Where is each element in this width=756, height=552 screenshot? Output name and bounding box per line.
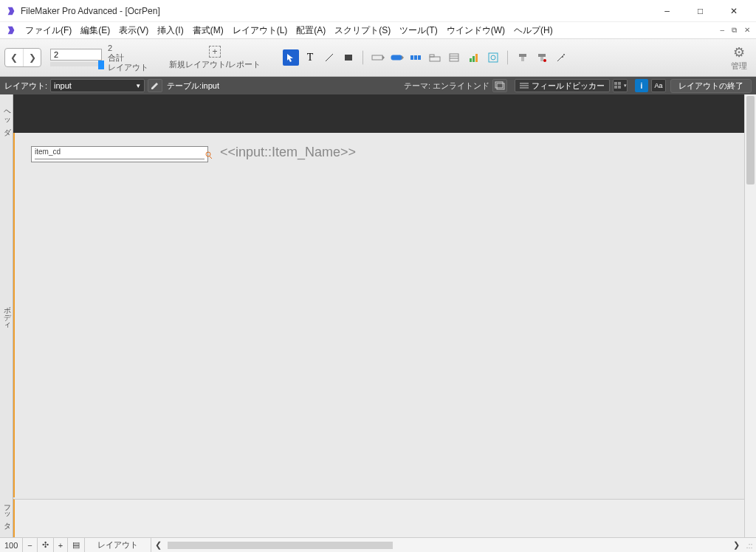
footer-region[interactable]	[13, 499, 744, 543]
canvas-wrapper: ヘッダ ボディ フッタ item_cd <<input::Item_Name>>	[0, 94, 756, 543]
vertical-scrollbar[interactable]	[744, 94, 756, 543]
chevron-down-icon: ▼	[135, 83, 141, 89]
close-button[interactable]: ✕	[717, 0, 750, 21]
part-footer-label[interactable]: フッタ	[1, 500, 12, 525]
separator	[507, 50, 509, 65]
doc-icon	[6, 25, 16, 35]
layout-tools: T	[283, 49, 569, 66]
doc-minimize-button[interactable]: –	[720, 26, 724, 35]
svg-rect-6	[418, 55, 421, 60]
svg-rect-20	[540, 57, 543, 61]
svg-rect-2	[372, 55, 382, 60]
layout-selector[interactable]: input ▼	[50, 79, 145, 92]
menu-scripts[interactable]: スクリプト(S)	[330, 23, 395, 38]
menu-file[interactable]: ファイル(F)	[21, 23, 76, 38]
new-layout-button[interactable]: + 新規レイアウト/レポート	[169, 46, 261, 70]
buttonbar-tool[interactable]	[408, 49, 425, 66]
new-layout-label: 新規レイアウト/レポート	[169, 59, 261, 70]
app-icon	[6, 6, 16, 16]
nav-next-button[interactable]: ❯	[23, 49, 41, 66]
separator	[362, 50, 364, 65]
button-tool[interactable]	[389, 49, 405, 66]
svg-line-0	[326, 54, 333, 61]
format-painter-2[interactable]	[534, 49, 550, 66]
svg-rect-8	[430, 55, 434, 57]
field-tool[interactable]	[370, 49, 386, 66]
mode-indicator[interactable]: レイアウト	[85, 538, 151, 552]
zoom-in-button[interactable]: +	[54, 538, 68, 552]
magic-tool[interactable]	[553, 49, 569, 66]
layout-bar: レイアウト: input ▼ テーブル:input テーマ: エンライトンド フ…	[0, 77, 756, 94]
total-label: 合計	[108, 53, 148, 63]
svg-rect-13	[472, 56, 475, 62]
edit-layout-button[interactable]	[148, 79, 162, 92]
menu-arrange[interactable]: 配置(A)	[292, 23, 330, 38]
scroll-right-button[interactable]: ❯	[729, 540, 743, 550]
tabcontrol-tool[interactable]	[427, 49, 444, 66]
minimize-button[interactable]: –	[650, 0, 684, 21]
info-button[interactable]: i	[635, 79, 648, 92]
svg-rect-29	[614, 82, 617, 85]
resize-grip[interactable]: .::	[743, 541, 756, 550]
exit-layout-button[interactable]: レイアウトの終了	[670, 79, 752, 93]
zoom-fit-button[interactable]: ✣	[38, 538, 54, 552]
svg-point-23	[562, 56, 563, 58]
panel-toggle[interactable]: ▤	[68, 538, 85, 552]
selection-tool[interactable]	[283, 49, 299, 66]
menu-layout[interactable]: レイアウト(L)	[228, 23, 292, 38]
manage-button[interactable]: ⚙ 管理	[731, 44, 747, 72]
doc-window-controls: – ⧉ ✕	[720, 26, 750, 35]
layout-canvas[interactable]: item_cd <<input::Item_Name>>	[13, 94, 744, 543]
svg-point-33	[206, 152, 210, 156]
svg-rect-19	[538, 54, 546, 57]
chart-tool[interactable]	[466, 49, 482, 66]
field-item-cd[interactable]: item_cd	[31, 146, 208, 162]
lookup-icon	[205, 151, 212, 159]
record-number-input[interactable]	[50, 49, 102, 61]
svg-point-22	[563, 54, 565, 55]
svg-rect-3	[391, 55, 402, 60]
gear-icon: ⚙	[731, 44, 747, 61]
layout-label: レイアウト:	[4, 80, 47, 92]
zoom-out-button[interactable]: −	[23, 538, 37, 552]
horizontal-scrollbar[interactable]	[168, 540, 729, 551]
body-region[interactable]	[13, 133, 744, 497]
svg-point-21	[543, 59, 546, 62]
portal-tool[interactable]	[447, 49, 463, 66]
window-title: FileMaker Pro Advanced - [OcrPen]	[21, 6, 650, 16]
zoom-value[interactable]: 100	[0, 538, 23, 552]
layout-name: input	[54, 81, 72, 90]
nav-prev-button[interactable]: ❮	[5, 49, 23, 66]
merge-field-item-name[interactable]: <<input::Item_Name>>	[220, 145, 356, 160]
table-label: テーブル:input	[167, 80, 219, 92]
line-tool[interactable]	[321, 49, 337, 66]
menu-view[interactable]: 表示(V)	[114, 23, 153, 38]
format-painter[interactable]	[515, 49, 531, 66]
menu-insert[interactable]: 挿入(I)	[153, 23, 188, 38]
part-body-label[interactable]: ボディ	[1, 301, 12, 325]
theme-switch-button[interactable]	[492, 79, 507, 92]
svg-rect-17	[519, 54, 526, 57]
svg-rect-31	[614, 86, 617, 89]
menu-help[interactable]: ヘルプ(H)	[509, 23, 557, 38]
menu-format[interactable]: 書式(M)	[188, 23, 228, 38]
scroll-left-button[interactable]: ❮	[151, 540, 165, 550]
part-header-label[interactable]: ヘッダ	[1, 106, 12, 131]
doc-restore-button[interactable]: ⧉	[732, 26, 737, 35]
text-style-button[interactable]: Aa	[651, 79, 666, 92]
theme-label: テーマ: エンライトンド	[404, 80, 489, 92]
grid-button[interactable]: ▾	[613, 79, 628, 92]
field-picker-button[interactable]: フィールドピッカー	[515, 79, 610, 92]
menu-tools[interactable]: ツール(T)	[395, 23, 441, 38]
svg-rect-32	[618, 86, 621, 89]
record-slider[interactable]	[50, 62, 102, 66]
header-region[interactable]	[13, 94, 744, 133]
menu-window[interactable]: ウインドウ(W)	[442, 23, 509, 38]
toolbar: ❮ ❯ 2 合計 レイアウト + 新規レイアウト/レポート T ⚙ 管理	[0, 38, 756, 77]
rect-tool[interactable]	[340, 49, 357, 66]
webviewer-tool[interactable]	[485, 49, 501, 66]
maximize-button[interactable]: □	[684, 0, 717, 21]
menu-edit[interactable]: 編集(E)	[76, 23, 114, 38]
doc-close-button[interactable]: ✕	[744, 26, 750, 35]
text-tool[interactable]: T	[302, 49, 318, 66]
